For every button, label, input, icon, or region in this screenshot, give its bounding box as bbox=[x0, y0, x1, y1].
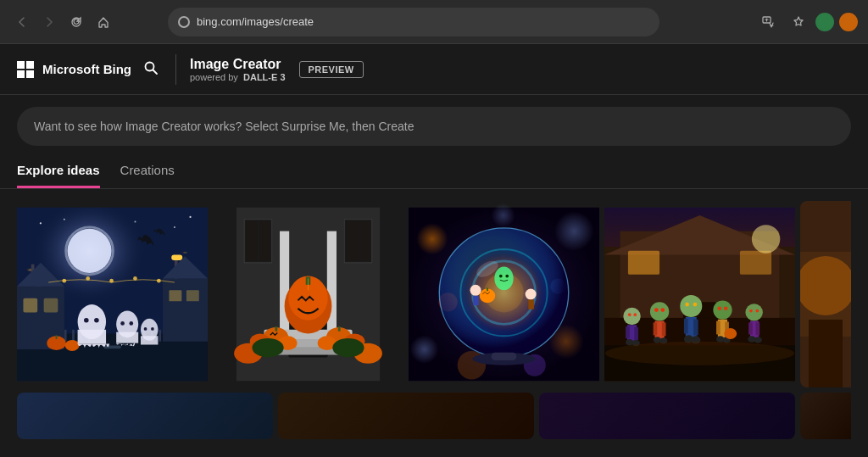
svg-rect-123 bbox=[634, 327, 638, 340]
svg-point-143 bbox=[693, 303, 698, 307]
svg-rect-115 bbox=[628, 251, 659, 275]
svg-rect-167 bbox=[800, 201, 851, 387]
svg-rect-48 bbox=[141, 336, 158, 344]
bottom-image-3[interactable] bbox=[539, 393, 795, 439]
home-button[interactable] bbox=[92, 10, 115, 34]
browser-chrome: bing.com/images/create bbox=[0, 0, 868, 44]
svg-rect-122 bbox=[626, 326, 630, 338]
svg-point-134 bbox=[654, 308, 659, 312]
svg-point-135 bbox=[660, 308, 665, 312]
svg-point-160 bbox=[756, 309, 760, 313]
bottom-image-2[interactable] bbox=[278, 393, 534, 439]
svg-point-88 bbox=[554, 211, 593, 250]
svg-point-99 bbox=[494, 266, 513, 290]
svg-point-136 bbox=[680, 295, 702, 317]
translate-button[interactable] bbox=[758, 10, 782, 34]
preview-badge: PREVIEW bbox=[299, 61, 364, 78]
svg-point-144 bbox=[713, 300, 732, 319]
svg-rect-156 bbox=[756, 322, 760, 335]
svg-rect-78 bbox=[338, 326, 341, 332]
svg-point-84 bbox=[332, 338, 364, 357]
svg-point-52 bbox=[86, 276, 90, 281]
svg-point-159 bbox=[749, 309, 753, 313]
tab-explore-ideas[interactable]: Explore ideas bbox=[17, 163, 100, 188]
image-card-partial[interactable] bbox=[800, 201, 851, 387]
profile-orange[interactable] bbox=[839, 13, 858, 31]
bottom-image-4[interactable] bbox=[800, 393, 851, 439]
brand-area: Microsoft Bing bbox=[17, 57, 162, 82]
profile-green[interactable] bbox=[815, 13, 834, 31]
svg-rect-63 bbox=[359, 221, 370, 261]
svg-rect-107 bbox=[528, 300, 534, 309]
svg-rect-105 bbox=[473, 296, 479, 305]
bottom-image-1[interactable] bbox=[17, 393, 273, 439]
svg-point-9 bbox=[134, 220, 136, 222]
svg-point-153 bbox=[745, 304, 762, 320]
svg-rect-74 bbox=[275, 326, 277, 332]
app-header: Microsoft Bing Image Creator powered by … bbox=[0, 44, 868, 95]
svg-point-91 bbox=[492, 203, 515, 227]
svg-point-7 bbox=[40, 222, 42, 224]
product-subtitle: powered by DALL-E 3 bbox=[190, 72, 286, 82]
forward-button[interactable] bbox=[37, 10, 61, 34]
svg-point-162 bbox=[752, 225, 780, 253]
image-card-ghost[interactable] bbox=[17, 201, 208, 387]
svg-rect-30 bbox=[72, 330, 75, 342]
svg-rect-65 bbox=[280, 231, 289, 342]
svg-point-10 bbox=[174, 226, 175, 228]
svg-rect-103 bbox=[487, 288, 488, 292]
refresh-button[interactable] bbox=[64, 10, 88, 34]
image-grid-bottom bbox=[0, 387, 868, 439]
svg-rect-62 bbox=[346, 221, 358, 261]
svg-rect-131 bbox=[662, 322, 666, 336]
svg-point-5 bbox=[68, 229, 112, 273]
svg-point-42 bbox=[94, 318, 99, 323]
svg-rect-13 bbox=[103, 345, 120, 348]
svg-point-37 bbox=[65, 340, 80, 351]
svg-rect-44 bbox=[116, 332, 138, 343]
back-button[interactable] bbox=[10, 10, 34, 34]
svg-point-45 bbox=[120, 321, 125, 326]
svg-rect-116 bbox=[740, 251, 771, 275]
svg-rect-138 bbox=[684, 319, 688, 334]
svg-point-8 bbox=[64, 219, 65, 220]
favorites-button[interactable] bbox=[787, 10, 810, 34]
search-banner-text: Want to see how Image Creator works? Sel… bbox=[34, 120, 414, 133]
svg-rect-60 bbox=[259, 221, 270, 261]
svg-point-104 bbox=[470, 285, 481, 296]
svg-rect-59 bbox=[246, 221, 258, 261]
svg-rect-24 bbox=[44, 298, 58, 313]
svg-point-55 bbox=[157, 279, 161, 283]
search-banner: Want to see how Image Creator works? Sel… bbox=[17, 107, 851, 146]
subtitle-strong: DALL-E 3 bbox=[243, 72, 286, 82]
svg-point-142 bbox=[685, 303, 689, 307]
svg-point-90 bbox=[410, 335, 438, 363]
svg-point-51 bbox=[62, 279, 66, 283]
svg-rect-155 bbox=[748, 322, 753, 334]
svg-rect-139 bbox=[693, 320, 698, 336]
svg-point-120 bbox=[623, 308, 640, 325]
address-bar[interactable]: bing.com/images/create bbox=[168, 8, 659, 36]
svg-point-106 bbox=[526, 288, 537, 299]
svg-point-101 bbox=[505, 275, 509, 278]
tabs-area: Explore ideas Creations bbox=[0, 154, 868, 189]
svg-point-152 bbox=[724, 328, 737, 339]
tab-creations[interactable]: Creations bbox=[120, 163, 175, 188]
svg-rect-130 bbox=[654, 322, 658, 335]
product-title: Image Creator bbox=[190, 57, 286, 72]
svg-point-83 bbox=[252, 338, 283, 357]
nav-buttons bbox=[10, 10, 115, 34]
svg-rect-109 bbox=[492, 353, 517, 360]
svg-point-150 bbox=[717, 306, 721, 310]
svg-point-49 bbox=[144, 327, 147, 331]
svg-point-46 bbox=[129, 321, 133, 326]
main-content: Want to see how Image Creator works? Sel… bbox=[0, 95, 868, 457]
image-card-crystal[interactable] bbox=[409, 201, 599, 387]
svg-line-2 bbox=[153, 70, 158, 74]
browser-actions bbox=[758, 10, 858, 34]
svg-rect-66 bbox=[327, 231, 337, 342]
search-button[interactable] bbox=[140, 57, 162, 82]
svg-rect-40 bbox=[78, 330, 106, 344]
image-card-pumpkins[interactable] bbox=[213, 201, 403, 387]
image-card-zombies[interactable] bbox=[604, 201, 795, 387]
